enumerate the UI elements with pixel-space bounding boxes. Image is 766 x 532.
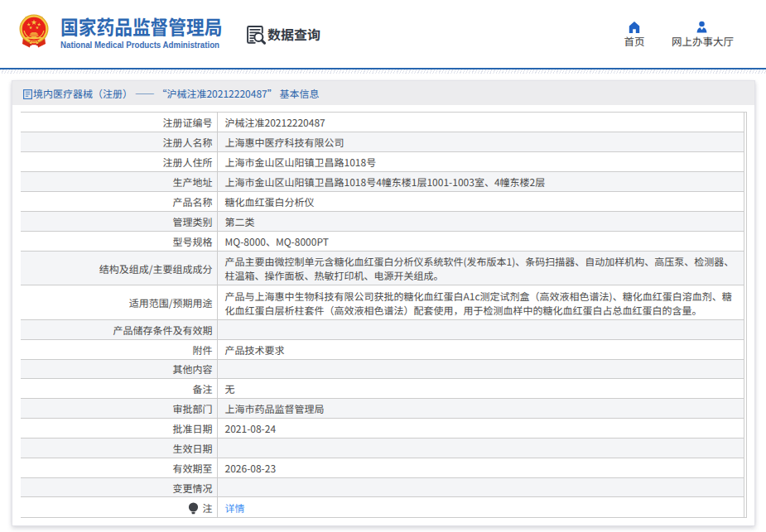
row-label: 生效日期 — [21, 439, 217, 458]
org-name-english: National Medical Products Administration — [60, 40, 219, 50]
table-row: 变更情况 — [21, 477, 744, 497]
row-label: 审批部门 — [21, 399, 217, 419]
table-row: 批准日期2021-08-24 — [21, 419, 744, 439]
row-value: 产品技术要求 — [217, 339, 744, 359]
row-label: 批准日期 — [21, 419, 217, 439]
row-value — [217, 439, 744, 458]
table-row: 管理类别第二类 — [21, 212, 744, 232]
row-value: 2021-08-24 — [217, 419, 744, 439]
row-label: 管理类别 — [21, 212, 217, 232]
page: 国家药品监督管理局 National Medical Products Admi… — [0, 0, 766, 532]
breadcrumb: 境内医疗器械（注册） —— “沪械注准20212220487” 基本信息 — [23, 81, 319, 105]
row-value: 上海市金山区山阳镇卫昌路1018号 — [217, 152, 744, 172]
breadcrumb-separator: —— — [135, 86, 155, 100]
table-row: 注册人名称上海惠中医疗科技有限公司 — [21, 132, 744, 152]
national-emblem-logo — [18, 14, 50, 49]
table-row: 产品名称糖化血红蛋白分析仪 — [21, 192, 744, 212]
nav-online-hall[interactable]: 网上办事大厅 — [672, 21, 732, 48]
hatch-strip — [0, 69, 766, 74]
row-label: 注册证编号 — [21, 113, 217, 132]
row-label: 生产地址 — [21, 172, 217, 192]
table-row: 生产地址上海市金山区山阳镇卫昌路1018号4幢东楼1层1001-1003室、4幢… — [21, 172, 744, 192]
row-label: 注册人名称 — [21, 132, 217, 152]
row-label: 型号规格 — [21, 232, 217, 252]
data-query-icon — [245, 24, 267, 46]
row-label: 注 — [21, 497, 217, 517]
nav-hall-label[interactable]: 网上办事大厅 — [672, 36, 732, 48]
table-row: 注册人住所上海市金山区山阳镇卫昌路1018号 — [21, 152, 744, 172]
nav-home-label[interactable]: 首页 — [609, 36, 659, 48]
row-value: 第二类 — [217, 212, 744, 232]
row-value: 上海市药品监督管理局 — [217, 399, 744, 419]
breadcrumb-category[interactable]: 境内医疗器械（注册） — [33, 86, 132, 100]
breadcrumb-current: “沪械注准20212220487” 基本信息 — [157, 86, 319, 100]
detail-link[interactable]: 详情 — [225, 501, 245, 515]
home-icon — [628, 21, 641, 33]
user-icon — [696, 21, 708, 33]
row-label: 有效期至 — [21, 458, 217, 477]
row-value — [217, 359, 744, 379]
row-label: 注册人住所 — [21, 152, 217, 172]
row-value: 无 — [217, 379, 744, 399]
row-value: 产品与上海惠中生物科技有限公司获批的糖化血红蛋白A1c测定试剂盒（高效液相色谱法… — [217, 285, 744, 320]
table-row: 其他内容 — [21, 359, 744, 379]
site-header: 国家药品监督管理局 National Medical Products Admi… — [0, 0, 766, 68]
info-table: 注册证编号沪械注准20212220487注册人名称上海惠中医疗科技有限公司注册人… — [21, 113, 744, 517]
row-value: 产品主要由微控制单元含糖化血红蛋白分析仪系统软件(发布版本1)、条码扫描器、自动… — [217, 252, 744, 285]
table-row: 产品储存条件及有效期 — [21, 320, 744, 340]
row-value: 上海市金山区山阳镇卫昌路1018号4幢东楼1层1001-1003室、4幢东楼2层 — [217, 172, 744, 192]
row-value: MQ-8000、MQ-8000PT — [217, 232, 744, 252]
row-value: 上海惠中医疗科技有限公司 — [217, 132, 744, 152]
table-row: 注详情 — [21, 497, 744, 517]
table-row: 型号规格MQ-8000、MQ-8000PT — [21, 232, 744, 252]
row-value — [217, 320, 744, 340]
table-row: 备注无 — [21, 379, 744, 399]
row-label: 产品储存条件及有效期 — [21, 320, 217, 340]
table-row: 生效日期 — [21, 439, 744, 458]
row-label: 变更情况 — [21, 477, 217, 497]
row-value: 详情 — [217, 497, 744, 517]
table-row: 附件产品技术要求 — [21, 339, 744, 359]
org-name-chinese: 国家药品监督管理局 — [60, 16, 222, 36]
table-row: 审批部门上海市药品监督管理局 — [21, 399, 744, 419]
row-label: 适用范围/预期用途 — [21, 285, 217, 320]
row-label: 附件 — [21, 339, 217, 359]
row-value: 糖化血红蛋白分析仪 — [217, 192, 744, 212]
registration-info-table: 注册证编号沪械注准20212220487注册人名称上海惠中医疗科技有限公司注册人… — [21, 112, 747, 518]
table-row: 注册证编号沪械注准20212220487 — [21, 113, 744, 132]
row-value — [217, 477, 744, 497]
table-row: 结构及组成/主要组成成分产品主要由微控制单元含糖化血红蛋白分析仪系统软件(发布版… — [21, 252, 744, 285]
row-value: 沪械注准20212220487 — [217, 113, 744, 132]
content-panel: 境内医疗器械（注册） —— “沪械注准20212220487” 基本信息 注册证… — [12, 80, 755, 526]
nav-home[interactable]: 首页 — [609, 21, 659, 48]
data-query-label[interactable]: 数据查询 — [267, 27, 320, 41]
table-row: 有效期至2026-08-23 — [21, 458, 744, 477]
lightbulb-icon — [188, 502, 199, 515]
row-label: 产品名称 — [21, 192, 217, 212]
row-value: 2026-08-23 — [217, 458, 744, 477]
row-label: 其他内容 — [21, 359, 217, 379]
document-icon — [23, 89, 32, 99]
row-label: 备注 — [21, 379, 217, 399]
breadcrumb-bar: 境内医疗器械（注册） —— “沪械注准20212220487” 基本信息 — [12, 81, 754, 105]
row-label: 结构及组成/主要组成成分 — [21, 252, 217, 285]
table-row: 适用范围/预期用途产品与上海惠中生物科技有限公司获批的糖化血红蛋白A1c测定试剂… — [21, 285, 744, 320]
